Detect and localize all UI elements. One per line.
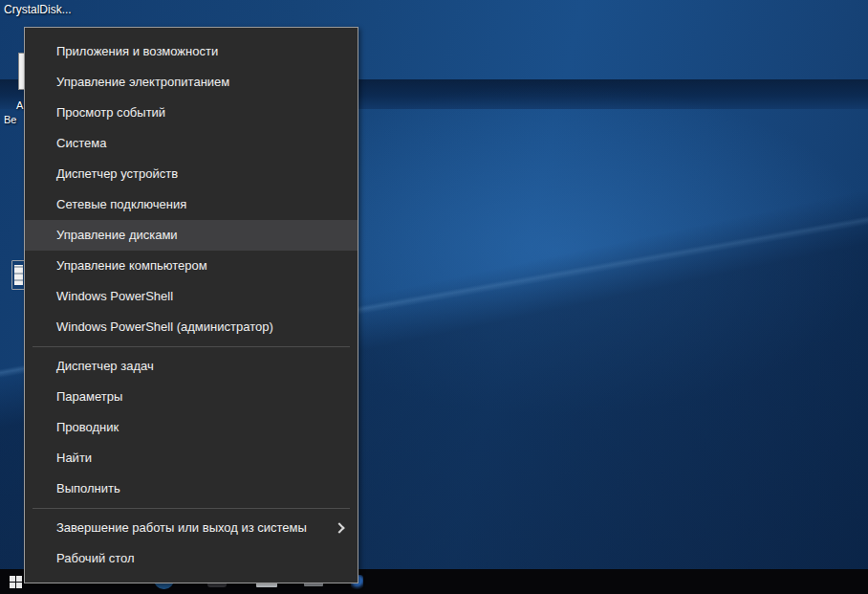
menu-item-windows-powershell[interactable]: Windows PowerShell (25, 281, 358, 312)
menu-separator (33, 508, 350, 509)
menu-item-label: Проводник (56, 420, 119, 434)
menu-item-label: Просмотр событий (56, 105, 165, 120)
desktop-icon-label-fragment-2: Ве (4, 114, 16, 125)
menu-item-apps-and-features[interactable]: Приложения и возможности (25, 36, 358, 67)
menu-item-computer-management[interactable]: Управление компьютером (25, 251, 358, 281)
menu-item-label: Завершение работы или выход из системы (56, 520, 307, 535)
menu-item-label: Диспетчер задач (56, 359, 154, 373)
menu-item-event-viewer[interactable]: Просмотр событий (25, 98, 358, 128)
menu-item-device-manager[interactable]: Диспетчер устройств (25, 159, 358, 189)
menu-separator (33, 346, 350, 347)
menu-item-label: Диспетчер устройств (56, 166, 178, 181)
menu-item-label: Найти (56, 451, 92, 465)
menu-item-label: Выполнить (56, 481, 120, 495)
menu-item-disk-management[interactable]: Управление дисками (25, 220, 358, 251)
menu-item-label: Приложения и возможности (56, 44, 218, 58)
menu-item-file-explorer[interactable]: Проводник (25, 412, 358, 443)
menu-item-label: Система (56, 136, 106, 150)
menu-item-run[interactable]: Выполнить (25, 473, 358, 504)
menu-item-label: Управление компьютером (56, 258, 207, 273)
desktop-icon-label-fragment-1: А (16, 99, 23, 111)
desktop-icon-label-crystaldisk[interactable]: CrystalDisk... (4, 3, 72, 16)
menu-item-system[interactable]: Система (25, 128, 358, 159)
menu-item-label: Рабочий стол (56, 551, 135, 565)
menu-item-label: Управление дисками (56, 228, 178, 242)
menu-item-label: Управление электропитанием (56, 75, 229, 89)
menu-item-task-manager[interactable]: Диспетчер задач (25, 351, 358, 382)
windows-start-icon (10, 576, 15, 582)
menu-item-settings[interactable]: Параметры (25, 382, 358, 412)
menu-item-desktop[interactable]: Рабочий стол (25, 543, 358, 574)
menu-item-windows-powershell-admin[interactable]: Windows PowerShell (администратор) (25, 312, 358, 342)
menu-item-label: Windows PowerShell (администратор) (56, 319, 273, 334)
winx-menu: Приложения и возможности Управление элек… (24, 27, 358, 583)
menu-item-label: Windows PowerShell (56, 289, 173, 303)
menu-item-power-options[interactable]: Управление электропитанием (25, 67, 358, 98)
menu-item-label: Сетевые подключения (56, 197, 186, 211)
menu-item-search[interactable]: Найти (25, 443, 358, 473)
menu-item-network-connections[interactable]: Сетевые подключения (25, 189, 358, 220)
menu-item-shutdown-or-signout[interactable]: Завершение работы или выход из системы (25, 513, 358, 543)
submenu-chevron-icon (334, 522, 344, 533)
menu-item-label: Параметры (56, 389, 122, 404)
